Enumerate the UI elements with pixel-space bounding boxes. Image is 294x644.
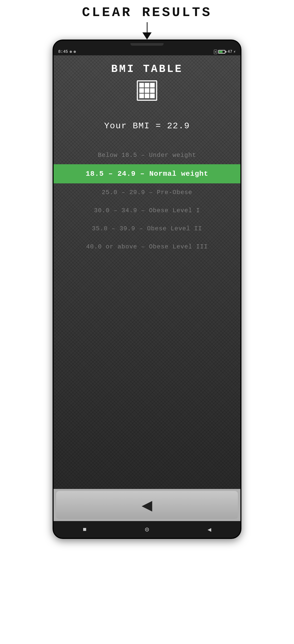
bmi-category-item: Below 18.5 – Under weight [54,146,240,164]
bmi-result-text: Your BMI = 22.9 [104,121,190,131]
grid-icon-container [137,80,157,101]
grid-table-icon [137,80,157,101]
phone-notch [130,43,164,46]
nav-circle-icon[interactable]: ⊙ [145,525,149,534]
bmi-categories: Below 18.5 – Under weight18.5 – 24.9 – N… [54,146,240,256]
arrow-down-icon [142,32,152,40]
arrow-down-container [142,22,152,40]
back-button-area: ◀ [54,489,240,521]
bmi-category-item: 18.5 – 24.9 – Normal weight [54,164,240,183]
grid-cell [150,88,155,93]
clear-results-label: CLEAR RESULTS [82,5,212,20]
arrow-line [147,22,148,32]
nav-bar: ■ ⊙ ◀ [54,521,240,538]
status-left: 8:45 ⊗ ⊗ [58,49,76,54]
nav-square-icon[interactable]: ■ [83,526,86,533]
bmi-category-item: 40.0 or above – Obese Level III [54,238,240,256]
grid-cell [145,88,149,93]
status-bar: 8:45 ⊗ ⊗ ✕ 47 ⚡ [54,48,240,55]
signal-icon-1: ⊗ [69,49,72,54]
battery-icon [218,50,226,54]
phone-top-bar [54,41,240,48]
back-arrow-icon: ◀ [142,498,152,512]
nav-triangle-icon[interactable]: ◀ [207,526,211,533]
grid-cell [145,83,149,87]
x-icon: ✕ [214,50,217,54]
battery-fill [219,51,223,53]
battery-tip [226,51,226,53]
grid-cell [139,88,144,93]
battery-box [218,50,225,54]
back-button[interactable]: ◀ [56,491,238,519]
grid-cell [150,83,155,87]
time-display: 8:45 [58,49,68,54]
status-right: ✕ 47 ⚡ [214,49,236,54]
bmi-category-item: 35.0 – 39.9 – Obese Level II [54,220,240,238]
bmi-category-item: 30.0 – 34.9 – Obese Level I [54,201,240,220]
bmi-category-item: 25.0 – 29.9 – Pre-Obese [54,183,240,201]
grid-cell [139,94,144,98]
grid-cell [139,83,144,87]
grid-cell [150,94,155,98]
screen-content: BMI TABLE Your BMI = 22.9 Below 18.5 – U… [54,55,240,489]
charging-icon: ⚡ [233,49,236,54]
signal-icon-2: ⊗ [74,49,76,54]
phone-frame: 8:45 ⊗ ⊗ ✕ 47 ⚡ BMI TABLE [53,40,241,539]
grid-cell [145,94,149,98]
bmi-title: BMI TABLE [111,63,183,75]
battery-percent: 47 [227,49,232,54]
top-area: CLEAR RESULTS [0,0,294,40]
